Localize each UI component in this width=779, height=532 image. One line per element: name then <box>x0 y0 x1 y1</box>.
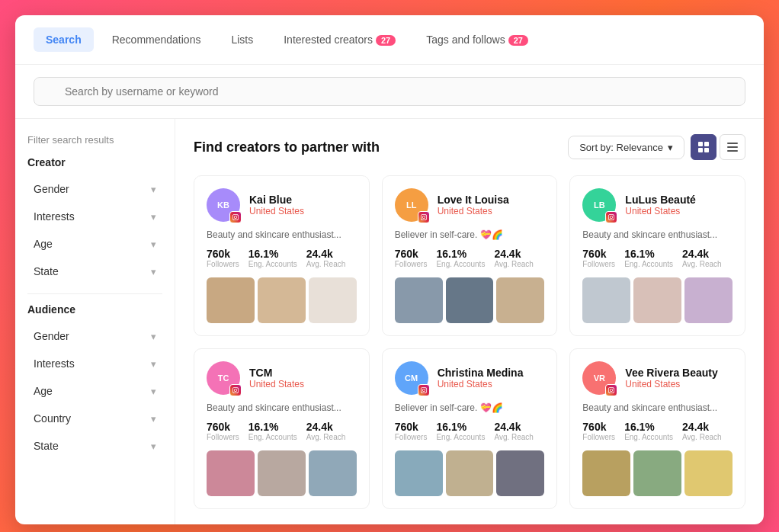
badge: 27 <box>508 35 528 46</box>
instagram-icon <box>418 384 430 396</box>
nav-tab-search[interactable]: Search <box>34 27 94 52</box>
chevron-down-icon: ▾ <box>151 331 156 342</box>
filter-label: Interests <box>34 210 75 223</box>
followers-label: Followers <box>207 260 239 268</box>
creator-card[interactable]: KB Kai Blue United States Beauty and ski… <box>194 175 370 336</box>
sort-label: Sort by: Relevance <box>579 142 663 153</box>
audience-section-title: Audience <box>27 303 162 316</box>
filter-item-audience-interests[interactable]: Interests▾ <box>27 351 162 377</box>
svg-rect-3 <box>704 148 709 152</box>
filter-item-audience-gender[interactable]: Gender▾ <box>27 323 162 349</box>
sidebar: Filter search results Creator Gender▾Int… <box>15 119 175 524</box>
reach-stat: 24.4k Avg. Reach <box>494 421 534 441</box>
creator-card[interactable]: TC TCM United States Beauty and skincare… <box>194 348 370 509</box>
eng-stat: 16.1% Eng. Accounts <box>624 421 673 441</box>
creator-thumbnail <box>207 450 255 496</box>
creator-info: Love It Louisa United States <box>438 194 545 217</box>
filter-item-audience-state[interactable]: State▾ <box>27 433 162 459</box>
chevron-down-icon: ▾ <box>151 413 156 425</box>
creator-stats: 760k Followers 16.1% Eng. Accounts 24.4k… <box>207 421 357 441</box>
chevron-down-icon: ▾ <box>151 266 156 277</box>
creator-bio: Beauty and skincare enthusiast... <box>582 229 733 240</box>
avatar: CM <box>395 361 428 395</box>
creator-bio: Beauty and skincare enthusiast... <box>207 229 357 240</box>
followers-value: 760k <box>582 248 615 260</box>
filter-item-creator-state[interactable]: State▾ <box>27 258 162 284</box>
creator-card[interactable]: VR Vee Rivera Beauty United States Beaut… <box>569 348 745 509</box>
filter-item-audience-country[interactable]: Country▾ <box>27 405 162 431</box>
grid-view-button[interactable] <box>691 134 716 160</box>
list-view-button[interactable] <box>720 134 745 160</box>
creator-info: Vee Rivera Beauty United States <box>625 367 733 390</box>
creator-card[interactable]: CM Christina Medina United States Believ… <box>382 348 558 509</box>
filter-title: Filter search results <box>27 134 162 146</box>
instagram-icon <box>418 211 430 223</box>
nav-tab-tags-and-follows[interactable]: Tags and follows27 <box>414 27 540 52</box>
reach-label: Avg. Reach <box>306 260 346 268</box>
creator-country: United States <box>438 206 545 216</box>
creator-bio: Believer in self-care. 💝🌈 <box>395 229 545 240</box>
filter-label: Age <box>34 385 53 397</box>
filter-label: Age <box>34 238 53 250</box>
eng-label: Eng. Accounts <box>624 433 673 441</box>
creator-thumbnail <box>633 277 681 323</box>
creator-card[interactable]: LB LuLus Beauté United States Beauty and… <box>569 175 745 336</box>
creator-images <box>207 277 357 323</box>
nav-tab-recommendations[interactable]: Recommendations <box>100 27 213 52</box>
content-area: Find creators to partner with Sort by: R… <box>175 119 764 524</box>
filter-item-audience-age[interactable]: Age▾ <box>27 378 162 404</box>
nav-tab-interested-creators[interactable]: Interested creators27 <box>271 27 408 52</box>
creator-info: TCM United States <box>249 367 357 390</box>
creator-stats: 760k Followers 16.1% Eng. Accounts 24.4k… <box>207 248 357 268</box>
followers-label: Followers <box>582 433 615 441</box>
svg-rect-1 <box>704 142 709 146</box>
creator-info: Kai Blue United States <box>249 194 357 217</box>
filter-item-creator-gender[interactable]: Gender▾ <box>27 176 162 202</box>
creator-header: LL Love It Louisa United States <box>395 188 545 222</box>
creator-thumbnail <box>684 450 733 496</box>
reach-stat: 24.4k Avg. Reach <box>682 248 722 268</box>
filter-divider <box>27 293 162 294</box>
reach-value: 24.4k <box>306 248 346 260</box>
search-input[interactable] <box>34 77 745 106</box>
followers-stat: 760k Followers <box>207 421 239 441</box>
followers-value: 760k <box>207 421 239 433</box>
creator-grid: KB Kai Blue United States Beauty and ski… <box>194 175 745 509</box>
reach-stat: 24.4k Avg. Reach <box>494 248 534 268</box>
filter-label: Country <box>34 412 71 425</box>
instagram-icon <box>605 384 617 396</box>
creator-name: LuLus Beauté <box>625 194 733 207</box>
reach-value: 24.4k <box>494 421 534 433</box>
nav-tab-lists[interactable]: Lists <box>219 27 265 52</box>
filter-label: Gender <box>34 183 69 195</box>
chevron-down-icon: ▾ <box>151 211 156 223</box>
creator-header: KB Kai Blue United States <box>207 188 357 222</box>
sort-dropdown[interactable]: Sort by: Relevance ▾ <box>568 136 684 159</box>
followers-stat: 760k Followers <box>395 421 428 441</box>
creator-thumbnail <box>496 277 544 323</box>
creator-header: VR Vee Rivera Beauty United States <box>582 361 733 395</box>
creator-thumbnail <box>395 277 443 323</box>
eng-stat: 16.1% Eng. Accounts <box>248 248 297 268</box>
creator-name: Kai Blue <box>249 194 357 207</box>
reach-value: 24.4k <box>682 248 722 260</box>
avatar: LB <box>582 188 616 222</box>
reach-label: Avg. Reach <box>682 260 722 268</box>
creator-card[interactable]: LL Love It Louisa United States Believer… <box>382 175 558 336</box>
filter-item-creator-interests[interactable]: Interests▾ <box>27 204 162 229</box>
creator-bio: Believer in self-care. 💝🌈 <box>395 402 545 413</box>
search-bar-wrapper: 🔍 <box>34 77 745 106</box>
filter-item-creator-age[interactable]: Age▾ <box>27 231 162 257</box>
creator-stats: 760k Followers 16.1% Eng. Accounts 24.4k… <box>582 421 733 441</box>
reach-stat: 24.4k Avg. Reach <box>306 248 346 268</box>
chevron-down-icon: ▾ <box>151 239 156 250</box>
content-header: Find creators to partner with Sort by: R… <box>194 134 745 160</box>
avatar: VR <box>582 361 616 395</box>
instagram-icon <box>605 211 617 223</box>
eng-stat: 16.1% Eng. Accounts <box>436 248 485 268</box>
followers-stat: 760k Followers <box>582 421 615 441</box>
list-icon <box>727 142 738 152</box>
chevron-down-icon: ▾ <box>151 358 156 370</box>
header-controls: Sort by: Relevance ▾ <box>568 134 745 160</box>
followers-stat: 760k Followers <box>395 248 428 268</box>
